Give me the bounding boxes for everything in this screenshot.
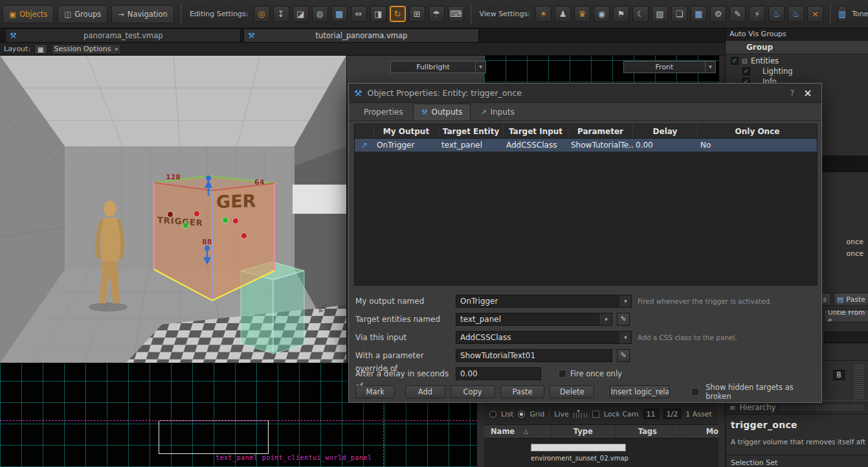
panel-input-fragment[interactable] <box>824 332 868 343</box>
fullbright-dropdown[interactable]: Fullbright ▾ <box>390 61 486 73</box>
column-header-tags[interactable]: Tags <box>616 425 680 438</box>
dialog-title-bar[interactable]: ⚒ Object Properties: Entity: trigger_onc… <box>349 84 821 103</box>
hammer-editor-window: ▣ Objects ◫ Groups → Navigation Editing … <box>0 0 868 467</box>
column-header-modified[interactable]: Mo <box>680 425 718 438</box>
texture-lock-icon[interactable]: ◪ <box>293 6 309 22</box>
via-input-dropdown[interactable]: AddCSSClass ▾ <box>456 331 632 344</box>
untie-from-entity-button[interactable]: Untie From e <box>824 310 868 323</box>
vis-groups-column-header[interactable]: Group <box>726 40 868 54</box>
help-button[interactable]: ? <box>785 89 799 98</box>
move-to-ground-icon[interactable]: ↧ <box>273 6 289 22</box>
vis-group-entities[interactable]: ✓ ⊟ Entities <box>726 56 868 66</box>
tab-tutorial-panorama[interactable]: ⚒ tutorial_panorama.vmap <box>243 28 479 42</box>
tonemap-label[interactable]: Tonemap <box>852 10 868 18</box>
monitor-icon[interactable]: ▥ <box>838 6 847 22</box>
vis-group-checkbox[interactable]: ✓ <box>742 67 750 75</box>
clip-brushes-icon[interactable]: ▧ <box>652 6 668 22</box>
fog-icon[interactable]: ☾ <box>632 6 649 22</box>
sphere-tool-icon[interactable]: ◍ <box>312 6 328 22</box>
live-toggle[interactable]: Live <box>554 410 568 418</box>
chevron-down-icon[interactable]: ▾ <box>600 313 612 325</box>
dialog-tab-bar: Properties ⚒ Outputs ↗ Inputs <box>349 103 821 121</box>
column-header-delay[interactable]: Delay <box>633 124 698 138</box>
fire-once-checkbox[interactable] <box>559 370 566 378</box>
link-column-header[interactable] <box>355 124 374 138</box>
asset-tile[interactable]: environment_sunset_02.vmap <box>531 444 626 462</box>
my-output-dropdown[interactable]: OnTrigger ▾ <box>456 295 632 308</box>
session-options-dropdown[interactable]: Session Options ▾ <box>51 44 121 54</box>
show-hidden-checkbox[interactable] <box>691 388 699 396</box>
chevron-down-icon[interactable]: ▾ <box>619 295 631 307</box>
tab-properties[interactable]: Properties <box>355 104 412 120</box>
column-header-target-input[interactable]: Target Input <box>504 124 568 138</box>
pane-divider[interactable] <box>718 403 725 467</box>
snap-mode-icon[interactable]: ◎ <box>254 6 270 22</box>
select-groups-icon[interactable]: ▦ <box>331 6 348 22</box>
tab-inputs[interactable]: ↗ Inputs <box>472 104 523 120</box>
selected-brush-outline[interactable] <box>159 420 269 454</box>
groups-button[interactable]: ◫ Groups <box>58 5 107 23</box>
tab-outputs[interactable]: ⚒ Outputs <box>413 104 471 120</box>
thumbnail-size-slider[interactable]: ▾ <box>573 411 588 418</box>
size-value-box[interactable]: 11 <box>643 409 659 419</box>
tools-materials-icon[interactable]: ⚙ <box>710 6 726 22</box>
editing-settings-label: Editing Settings: <box>190 10 249 18</box>
rotation-snap-icon[interactable]: ↻ <box>390 6 406 22</box>
navigation-button[interactable]: → Navigation <box>111 5 174 23</box>
select-components-icon[interactable]: ◨ <box>370 6 386 22</box>
vis-group-checkbox[interactable]: ✓ <box>731 57 739 65</box>
water-icon[interactable]: ◉ <box>594 6 610 22</box>
paste-special-button[interactable]: ▤ Paste <box>834 293 868 306</box>
skeleton-icon[interactable]: × <box>807 6 823 22</box>
vis-group-lighting[interactable]: ✓ Lighting <box>726 66 868 76</box>
chevron-down-icon[interactable]: ▾ <box>619 332 631 343</box>
column-header-target-entity[interactable]: Target Entity <box>439 124 504 138</box>
particles-icon[interactable]: ♨ <box>768 6 785 22</box>
lock-cam-checkbox[interactable] <box>592 411 599 418</box>
tile-grid-icon[interactable]: ▦ <box>691 6 707 22</box>
panel-drag-handle[interactable] <box>779 405 865 411</box>
grid-view-radio[interactable] <box>518 411 525 418</box>
add-button[interactable]: Add <box>405 385 445 398</box>
front-view-dropdown[interactable]: Front ▾ <box>623 61 716 73</box>
column-header-type[interactable]: Type <box>551 425 616 438</box>
grid-settings-icon[interactable]: ⊞ <box>409 6 425 22</box>
column-header-my-output[interactable]: My Output <box>374 124 439 138</box>
parameter-input[interactable] <box>456 349 612 362</box>
sun-lighting-icon[interactable]: ☀ <box>535 6 551 22</box>
output-row-selected[interactable]: ↗ OnTrigger text_panel AddCSSClass ShowT… <box>355 139 817 152</box>
foliage-tool-icon[interactable]: ☂ <box>428 6 445 22</box>
cards-icon[interactable]: ❏ <box>671 6 687 22</box>
objects-button[interactable]: ▣ Objects <box>3 5 54 23</box>
close-button[interactable]: × <box>799 85 816 102</box>
column-header-name[interactable]: Name △ <box>484 425 551 438</box>
column-header-parameter[interactable]: Parameter <box>568 124 633 138</box>
select-objects-icon[interactable]: ⇔ <box>351 6 367 22</box>
page-value-box[interactable]: 1/2 <box>663 409 682 419</box>
layout-grid-button[interactable]: ▦ <box>34 44 47 54</box>
effects-icon[interactable]: ♨ <box>788 6 804 22</box>
target-entities-dropdown[interactable]: text_panel ▾ <box>456 313 612 326</box>
entities-visibility-icon[interactable]: ♟ <box>555 6 571 22</box>
insert-logic-relay-button[interactable]: Insert logic_relay <box>610 385 669 398</box>
parameter-picker-button[interactable]: ✎ <box>617 349 630 362</box>
count-value-box[interactable]: 8 <box>833 370 845 380</box>
list-view-radio[interactable] <box>489 411 496 418</box>
slider-handle-icon[interactable]: ▾ <box>577 408 580 414</box>
map-tab-bar: ⚒ panorama_test.vmap ⚒ tutorial_panorama… <box>0 28 725 43</box>
gamepad-icon[interactable]: ⌨ <box>448 6 464 22</box>
game-mode-icon[interactable]: ♛ <box>574 6 590 22</box>
measure-icon[interactable]: ✎ <box>729 6 746 22</box>
entity-picker-button[interactable]: ✎ <box>617 313 630 326</box>
mark-button[interactable]: Mark <box>355 385 395 398</box>
delete-button[interactable]: Delete <box>550 385 594 398</box>
column-header-only-once[interactable]: Only Once <box>698 124 817 138</box>
tree-expander-icon[interactable]: ⊟ <box>741 58 748 65</box>
markers-icon[interactable]: ⚑ <box>613 6 629 22</box>
viewport-3d[interactable]: 45° TRIGGER <box>0 56 346 363</box>
copy-button[interactable]: Copy <box>451 385 495 398</box>
paste-button[interactable]: Paste <box>500 385 545 398</box>
motion-icon[interactable]: ⚡ <box>749 6 765 22</box>
delay-input[interactable] <box>456 367 541 380</box>
tab-panorama-test[interactable]: ⚒ panorama_test.vmap <box>5 28 241 42</box>
